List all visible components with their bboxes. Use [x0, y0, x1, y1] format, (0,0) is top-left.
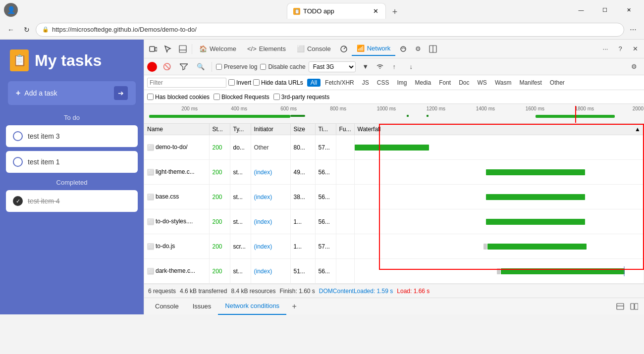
table-row[interactable]: ⬜dark-theme.c... 200 st... (index) 51...… — [144, 259, 644, 284]
table-row[interactable]: ⬜to-do-styles.... 200 st... (index) 1...… — [144, 209, 644, 234]
network-content: Name St... Ty... Initiator Size Ti... Fu… — [144, 124, 644, 284]
row-waterfall — [354, 160, 644, 185]
row-initiator: (index) — [251, 209, 290, 234]
undock-panel-button[interactable] — [614, 301, 626, 312]
tab-network[interactable]: 📶 Network — [352, 42, 396, 56]
dock-button[interactable] — [426, 42, 440, 56]
browser-more-button[interactable]: ··· — [626, 23, 640, 37]
filter-media-button[interactable]: Media — [411, 79, 434, 87]
task-item-done[interactable]: ✓ test item 4 — [6, 190, 138, 212]
invert-checkbox[interactable]: Invert — [228, 79, 251, 86]
bottom-tab-console[interactable]: Console — [148, 298, 186, 315]
upload-button[interactable]: ↑ — [387, 60, 401, 74]
table-row[interactable]: ⬜base.css 200 st... (index) 38... 56... — [144, 185, 644, 209]
hide-data-urls-checkbox[interactable]: Hide data URLs — [253, 79, 303, 86]
performance-button[interactable] — [337, 42, 351, 56]
preserve-log-checkbox[interactable]: Preserve log — [216, 63, 257, 70]
throttle-dropdown-button[interactable]: ▼ — [359, 60, 373, 74]
performance-insights-button[interactable] — [396, 42, 410, 56]
clear-network-button[interactable]: 🚫 — [160, 60, 174, 74]
disable-cache-input[interactable] — [260, 64, 266, 70]
timeline-bar-green-2 — [290, 115, 305, 117]
network-settings-button[interactable]: ⚙ — [627, 60, 641, 74]
filter-network-button[interactable] — [177, 60, 191, 74]
record-dot-icon — [150, 64, 155, 69]
refresh-button[interactable]: ↻ — [20, 23, 34, 37]
filter-manifest-button[interactable]: Manifest — [516, 79, 545, 87]
tab-console[interactable]: ⬜ Console — [292, 42, 336, 56]
move-panel-button[interactable] — [628, 301, 640, 312]
download-button[interactable]: ↓ — [404, 60, 418, 74]
add-panel-button[interactable]: + — [288, 301, 300, 312]
tl-label: 200 ms — [148, 106, 198, 111]
filter-wasm-button[interactable]: Wasm — [491, 79, 515, 87]
url-text: https://microsoftedge.github.io/Demos/de… — [52, 26, 197, 33]
table-row[interactable]: ⬜demo-to-do/ 200 do... Other 80... 57... — [144, 135, 644, 160]
task-check-icon: ✓ — [13, 196, 23, 206]
tab-close-button[interactable]: ✕ — [372, 7, 379, 15]
network-requests-table: Name St... Ty... Initiator Size Ti... Fu… — [144, 124, 644, 284]
table-row[interactable]: ⬜to-do.js 200 scr... (index) 1... 57... — [144, 234, 644, 259]
maximize-button[interactable]: ☐ — [593, 2, 616, 18]
third-party-input[interactable] — [273, 94, 280, 100]
blocked-requests-checkbox[interactable]: Blocked Requests — [214, 94, 269, 101]
devtools-close-button[interactable]: ✕ — [628, 42, 642, 56]
filter-fetch-xhr-button[interactable]: Fetch/XHR — [322, 79, 358, 87]
settings-button[interactable]: ⚙ — [411, 42, 425, 56]
profile-icon[interactable]: 👤 — [4, 3, 18, 17]
task-item[interactable]: test item 3 — [6, 125, 138, 147]
back-button[interactable]: ← — [4, 23, 18, 37]
throttle-select[interactable]: Fast 3G Slow 3G No throttling — [309, 61, 356, 72]
filter-all-button[interactable]: All — [307, 79, 321, 87]
filter-ws-button[interactable]: WS — [474, 79, 490, 87]
address-bar[interactable]: 🔒 https://microsoftedge.github.io/Demos/… — [36, 23, 624, 37]
new-tab-button[interactable]: + — [388, 5, 402, 19]
help-button[interactable]: ? — [613, 42, 627, 56]
row-type: st... — [230, 209, 251, 234]
invert-input[interactable] — [228, 79, 235, 86]
filter-input[interactable] — [147, 78, 226, 88]
preserve-log-input[interactable] — [216, 64, 222, 70]
close-button[interactable]: ✕ — [617, 2, 640, 18]
search-network-button[interactable]: 🔍 — [194, 60, 208, 74]
disable-cache-label: Disable cache — [268, 63, 305, 70]
tl-label: 2000 — [594, 106, 644, 111]
filter-img-button[interactable]: Img — [393, 79, 410, 87]
blocked-requests-input[interactable] — [214, 94, 220, 100]
inspect-element-button[interactable] — [161, 42, 175, 56]
table-row[interactable]: ⬜light-theme.c... 200 st... (index) 49..… — [144, 160, 644, 185]
device-emulation-button[interactable] — [146, 42, 160, 56]
more-tools-button[interactable]: ··· — [598, 42, 612, 56]
console-drawer-button[interactable] — [176, 42, 190, 56]
hide-data-urls-input[interactable] — [253, 79, 260, 86]
filter-doc-button[interactable]: Doc — [455, 79, 473, 87]
row-initiator: (index) — [251, 234, 290, 259]
add-task-label: Add a task — [24, 89, 57, 97]
task-item[interactable]: test item 1 — [6, 151, 138, 173]
blocked-cookies-input[interactable] — [147, 94, 154, 100]
col-status-header: St... — [209, 124, 230, 135]
disable-cache-checkbox[interactable]: Disable cache — [260, 63, 305, 70]
tab-elements[interactable]: </> Elements — [242, 42, 291, 56]
add-task-button[interactable]: + Add a task ➔ — [8, 81, 136, 105]
toolbar-right: ··· ? ✕ — [598, 42, 642, 56]
browser-tab[interactable]: 📋 TODO app ✕ — [287, 3, 386, 19]
filter-js-button[interactable]: JS — [359, 79, 373, 87]
record-button[interactable] — [147, 62, 157, 72]
network-toolbar: 🚫 🔍 Preserve log Disable cache Fast 3G S… — [144, 58, 644, 75]
minimize-button[interactable]: — — [570, 2, 592, 18]
third-party-checkbox[interactable]: 3rd-party requests — [273, 94, 329, 101]
filter-css-button[interactable]: CSS — [374, 79, 393, 87]
dom-content-loaded-time: DOMContentLoaded: 1.59 s — [319, 288, 393, 295]
wifi-icon[interactable] — [376, 62, 384, 71]
row-size: 51... — [290, 259, 315, 284]
filter-other-button[interactable]: Other — [546, 79, 568, 87]
filter-font-button[interactable]: Font — [435, 79, 454, 87]
col-waterfall-header[interactable]: Waterfall ▲ — [354, 124, 644, 135]
has-blocked-cookies-checkbox[interactable]: Has blocked cookies — [147, 94, 210, 101]
tab-welcome[interactable]: 🏠 Welcome — [194, 42, 241, 56]
bottom-tab-issues[interactable]: Issues — [186, 298, 218, 315]
row-status: 200 — [209, 160, 230, 185]
row-status: 200 — [209, 135, 230, 160]
bottom-tab-network-conditions[interactable]: Network conditions — [218, 298, 286, 315]
